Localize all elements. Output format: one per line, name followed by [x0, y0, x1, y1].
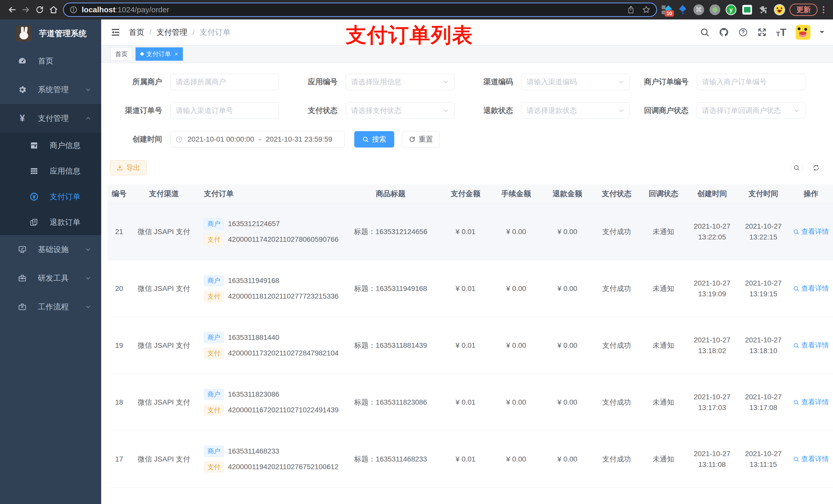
yen-circle-icon	[29, 192, 40, 201]
extension-chat-icon[interactable]	[741, 4, 753, 16]
breadcrumb-home[interactable]: 首页	[129, 27, 144, 38]
pay-time: 2021-10-2713:17:08	[738, 374, 789, 431]
app-select[interactable]: 请选择应用信息	[346, 74, 454, 90]
table-row: 商户1635311251796	[108, 488, 833, 504]
sidebar-item-infra[interactable]: 基础设施	[0, 235, 101, 264]
bookmark-star-icon[interactable]	[642, 5, 651, 14]
toggle-search-button[interactable]	[790, 162, 803, 174]
pay-amount: ¥ 0.01	[441, 260, 491, 317]
select-placeholder: 请选择退款状态	[527, 106, 577, 116]
col-header-id: 编号	[108, 184, 130, 203]
sidebar-item-workflow[interactable]: 工作流程	[0, 292, 101, 321]
filter-label: 回调商户状态	[637, 105, 697, 116]
extensions-puzzle-icon[interactable]	[757, 4, 769, 16]
merchant-order-no-input[interactable]	[697, 74, 805, 90]
merchant-order-no: 1635311949168	[228, 275, 279, 286]
notify-status-select[interactable]: 请选择订单回调商户状态	[697, 102, 805, 119]
breadcrumb: 首页 / 支付管理 / 支付订单	[129, 27, 231, 38]
extension-notify-icon[interactable]: 10	[661, 4, 672, 16]
sidebar-item-devtools[interactable]: 研发工具	[0, 264, 101, 292]
notify-status: 未通知	[640, 203, 687, 260]
pay-amount: ¥ 0.01	[441, 374, 491, 431]
search-button[interactable]: 搜索	[354, 131, 394, 147]
sidebar-item-pay-order[interactable]: 支付订单	[0, 184, 101, 210]
view-detail-link[interactable]: 查看详情	[793, 340, 829, 351]
site-info-icon[interactable]	[69, 6, 78, 14]
app-logo[interactable]: 芋道管理系统	[0, 20, 101, 47]
date-separator: -	[259, 135, 261, 143]
breadcrumb-payment[interactable]: 支付管理	[157, 27, 187, 38]
pay-status-select[interactable]: 请选择支付状态	[346, 102, 454, 119]
avatar-caret-icon[interactable]	[820, 31, 824, 35]
notify-status: 未通知	[640, 260, 687, 317]
pay-amount: ¥ 0.01	[441, 317, 491, 374]
browser-menu-icon[interactable]	[819, 6, 828, 13]
sidebar-item-merchant-info[interactable]: 商户信息	[0, 133, 101, 158]
reload-icon[interactable]	[33, 3, 47, 17]
close-icon[interactable]: ×	[174, 50, 178, 57]
date-range-picker[interactable]: 2021-10-01 00:00:00 - 2021-10-31 23:59:5…	[170, 131, 344, 147]
sidebar-item-refund-order[interactable]: 退款订单	[0, 210, 101, 235]
tab-pay-order[interactable]: 支付订单 ×	[136, 47, 183, 61]
chevron-down-icon	[85, 86, 91, 93]
back-icon[interactable]	[5, 3, 19, 17]
fullscreen-icon[interactable]	[757, 27, 767, 37]
channel-code-select[interactable]: 请输入渠道编码	[521, 74, 630, 90]
orders-table: 编号 支付渠道 支付订单 商品标题 支付金额 手续金额 退款金额 支付状态 回调…	[108, 184, 833, 504]
github-icon[interactable]	[719, 27, 729, 38]
extension-kite-icon[interactable]	[677, 4, 689, 16]
refund-status-select[interactable]: 请选择退款状态	[521, 102, 630, 119]
extension-record-icon[interactable]	[709, 4, 721, 16]
briefcase-icon	[17, 302, 28, 311]
logo-image	[16, 26, 32, 42]
help-icon[interactable]	[738, 27, 748, 37]
merchant-select-input[interactable]	[170, 74, 279, 90]
view-detail-link[interactable]: 查看详情	[793, 397, 829, 407]
home-icon[interactable]	[47, 3, 61, 17]
extension-y-icon[interactable]: y	[725, 4, 737, 16]
pay-tag: 支付	[204, 405, 224, 416]
refresh-button[interactable]	[810, 162, 822, 174]
address-bar[interactable]: localhost:1024/pay/order	[63, 3, 657, 17]
pay-channel: 微信 JSAPI 支付	[130, 374, 197, 431]
view-detail-link[interactable]: 查看详情	[793, 226, 829, 237]
sidebar-item-label: 系统管理	[38, 85, 69, 95]
channel-order-no-input[interactable]	[170, 102, 279, 119]
fee-amount: ¥ 0.00	[491, 203, 542, 260]
pay-status: 支付成功	[593, 317, 640, 374]
export-button[interactable]: 导出	[110, 160, 146, 175]
product-title: 标题：1635311468233	[341, 431, 441, 487]
sidebar-item-label: 支付管理	[38, 113, 69, 124]
profile-avatar-icon[interactable]	[774, 4, 785, 16]
pay-tag: 支付	[204, 348, 224, 359]
filter-label: 渠道订单号	[110, 105, 170, 116]
export-label: 导出	[126, 163, 140, 172]
sidebar-item-payment[interactable]: ¥ 支付管理	[0, 104, 101, 133]
user-avatar[interactable]	[795, 25, 810, 40]
font-size-icon[interactable]: TT	[776, 27, 786, 38]
sidebar-item-home[interactable]: 首页	[0, 47, 101, 75]
sidebar-item-system[interactable]: 系统管理	[0, 75, 101, 104]
product-title: 标题：1635311949168	[341, 260, 441, 317]
pay-order-cell: 商户1635311251796	[197, 488, 341, 504]
y-glyph: y	[727, 5, 736, 14]
header-search-icon[interactable]	[700, 27, 710, 37]
chevron-down-icon	[85, 275, 91, 282]
toolbox-icon	[17, 273, 28, 283]
sidebar-collapse-icon[interactable]	[110, 27, 122, 38]
page-content: 所属商户 应用编号 请选择应用信息 渠道编码 请输入渠道编码	[101, 63, 833, 504]
view-detail-link[interactable]: 查看详情	[793, 454, 829, 464]
extension-cmd-icon[interactable]: ⌘	[693, 4, 705, 16]
tab-home[interactable]: 首页	[111, 47, 133, 61]
gear-icon	[17, 85, 28, 94]
update-button[interactable]: 更新	[789, 4, 818, 16]
shop-icon	[29, 141, 40, 150]
reset-button[interactable]: 重置	[402, 131, 440, 147]
forward-icon[interactable]	[19, 3, 33, 17]
sidebar-item-app-info[interactable]: 应用信息	[0, 158, 101, 184]
yen-icon: ¥	[17, 114, 28, 123]
breadcrumb-separator: /	[149, 28, 151, 37]
view-detail-link[interactable]: 查看详情	[793, 283, 829, 294]
share-icon[interactable]	[626, 5, 635, 14]
merchant-tag: 商户	[204, 218, 224, 229]
